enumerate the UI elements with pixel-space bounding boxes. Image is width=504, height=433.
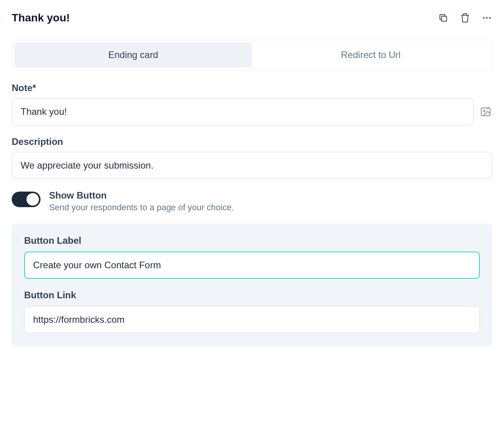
trash-icon[interactable] xyxy=(460,12,471,23)
button-panel: Button Label Button Link xyxy=(12,224,492,347)
toggle-text: Show Button Send your respondents to a p… xyxy=(49,190,234,213)
note-input-row xyxy=(12,98,492,125)
svg-point-2 xyxy=(486,17,488,19)
note-label: Note* xyxy=(12,83,492,93)
svg-point-3 xyxy=(489,17,490,19)
tab-redirect-url[interactable]: Redirect to Url xyxy=(252,42,490,67)
button-label-field: Button Label xyxy=(24,235,480,279)
toggle-knob xyxy=(26,193,39,206)
svg-rect-0 xyxy=(442,16,447,21)
button-link-field: Button Link xyxy=(24,290,480,333)
more-icon[interactable] xyxy=(481,12,492,23)
header: Thank you! xyxy=(12,12,492,24)
copy-icon[interactable] xyxy=(438,12,449,23)
add-image-icon[interactable] xyxy=(480,106,492,118)
button-label-label: Button Label xyxy=(24,235,480,246)
note-input[interactable] xyxy=(12,98,474,125)
show-button-toggle-row: Show Button Send your respondents to a p… xyxy=(12,190,492,213)
page-title: Thank you! xyxy=(12,12,70,24)
button-link-input[interactable] xyxy=(24,306,480,333)
description-input[interactable] xyxy=(12,152,492,179)
description-label: Description xyxy=(12,136,492,147)
tab-ending-card[interactable]: Ending card xyxy=(14,42,252,67)
button-link-label: Button Link xyxy=(24,290,480,301)
show-button-toggle[interactable] xyxy=(12,192,41,207)
description-field-group: Description xyxy=(12,136,492,179)
svg-point-1 xyxy=(483,17,485,19)
show-button-title: Show Button xyxy=(49,190,234,201)
tab-container: Ending card Redirect to Url xyxy=(12,40,492,70)
note-field-group: Note* xyxy=(12,83,492,125)
header-actions xyxy=(438,12,492,23)
show-button-subtitle: Send your respondents to a page of your … xyxy=(49,202,234,213)
svg-point-5 xyxy=(483,110,485,112)
button-label-input[interactable] xyxy=(24,252,480,279)
